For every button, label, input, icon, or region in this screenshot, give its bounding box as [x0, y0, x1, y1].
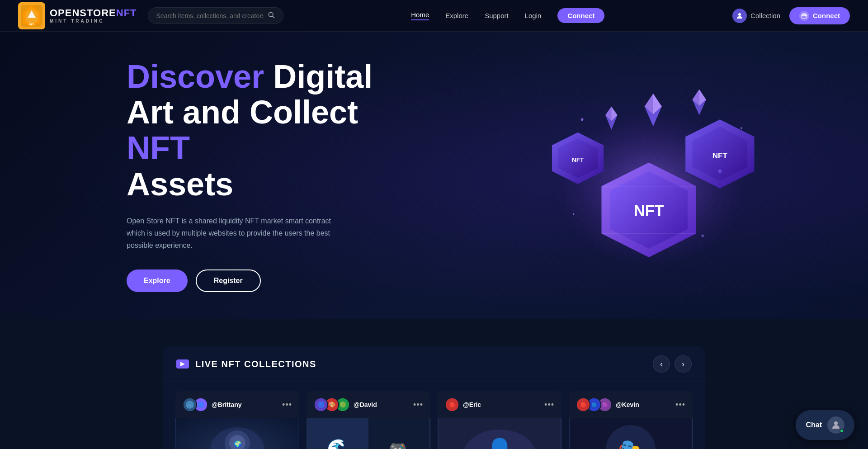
nav-support[interactable]: Support: [485, 12, 509, 19]
chat-widget[interactable]: Chat: [796, 410, 854, 440]
card-user-david: 🌀 🎨 🟢 @David: [314, 397, 377, 412]
card-user-brittany: 🌀 @Brittany: [183, 397, 242, 412]
hero-text: Discover Digital Art and Collect NFT Ass…: [127, 59, 398, 292]
card-username-eric: @Eric: [463, 401, 481, 408]
collections-header: LIVE NFT COLLECTIONS ‹ ›: [163, 346, 705, 382]
search-icon: [268, 11, 275, 20]
svg-point-38: [741, 127, 742, 129]
search-bar[interactable]: [148, 7, 283, 24]
svg-line-7: [272, 16, 274, 18]
card-image-david: 🌊 🎮: [307, 418, 430, 449]
card-image-kevin: 🎭: [569, 418, 693, 449]
logo[interactable]: NFT OPENSTORENFT MINT TRADING: [18, 2, 137, 29]
card-menu-david[interactable]: •••: [413, 400, 423, 410]
navbar: NFT OPENSTORENFT MINT TRADING Home Explo…: [0, 0, 868, 32]
collection-card-brittany: 🌀 @Brittany •••: [175, 391, 299, 449]
collection-card-david: 🌀 🎨 🟢 @David •••: [307, 391, 430, 449]
avatar-d1: 🌀: [314, 397, 328, 412]
card-user-eric: 🔴 @Eric: [445, 397, 481, 412]
svg-text:🟣: 🟣: [602, 402, 609, 408]
card-username-brittany: @Brittany: [212, 401, 242, 408]
svg-text:NFT: NFT: [712, 151, 728, 160]
nav-explore[interactable]: Explore: [445, 12, 468, 19]
svg-rect-9: [802, 14, 807, 18]
collections-cards: 🌀 @Brittany •••: [163, 382, 705, 449]
svg-text:🌀: 🌀: [318, 402, 325, 409]
card-header-david: 🌀 🎨 🟢 @David •••: [307, 391, 430, 418]
nav-login[interactable]: Login: [525, 12, 542, 19]
svg-point-40: [186, 401, 194, 409]
collections-title: LIVE NFT COLLECTIONS: [195, 359, 316, 369]
hero-buttons: Explore Register: [127, 269, 398, 292]
card-header-kevin: 🔴 🔵 🟣 @Kevin •••: [569, 391, 693, 418]
connect-wallet-button[interactable]: Connect: [789, 7, 850, 24]
card-header-eric: 🔴 @Eric •••: [438, 391, 561, 418]
nav-home[interactable]: Home: [411, 11, 429, 20]
card-username-kevin: @Kevin: [616, 401, 639, 408]
card-username-david: @David: [354, 401, 377, 408]
nav-connect-button[interactable]: Connect: [557, 8, 604, 23]
main-nav: Home Explore Support Login Connect: [411, 8, 604, 23]
collection-button[interactable]: Collection: [732, 9, 780, 23]
svg-text:🟢: 🟢: [340, 402, 347, 409]
navbar-right: Collection Connect: [732, 7, 850, 24]
svg-text:🔴: 🔴: [449, 402, 456, 408]
svg-text:🎮: 🎮: [388, 440, 408, 449]
lower-section: LIVE NFT COLLECTIONS ‹ › 🌀: [0, 319, 868, 449]
logo-title: OPENSTORENFT: [50, 8, 137, 19]
arrow-prev-button[interactable]: ‹: [653, 355, 670, 373]
svg-point-36: [701, 235, 704, 237]
svg-point-8: [738, 13, 741, 16]
card-avatars-kevin: 🔴 🔵 🟣: [576, 397, 612, 412]
navbar-left: NFT OPENSTORENFT MINT TRADING: [18, 2, 283, 29]
svg-text:👤: 👤: [486, 437, 514, 449]
hero-section: Discover Digital Art and Collect NFT Ass…: [0, 32, 868, 319]
nft-illustration: NFT NFT NFT: [533, 85, 769, 266]
svg-text:🌍: 🌍: [234, 440, 242, 448]
card-avatars-david: 🌀 🎨 🟢: [314, 397, 350, 412]
card-user-kevin: 🔴 🔵 🟣 @Kevin: [576, 397, 639, 412]
chat-avatar-wrap: [827, 416, 844, 434]
collection-card-eric: 🔴 @Eric ••• 👤: [438, 391, 561, 449]
card-avatars-eric: 🔴: [445, 397, 459, 412]
svg-point-34: [581, 118, 584, 121]
svg-text:🎭: 🎭: [618, 438, 644, 449]
hero-visual: NFT NFT NFT: [533, 85, 769, 266]
logo-subtitle: MINT TRADING: [50, 19, 137, 24]
collection-avatar: [732, 9, 747, 23]
svg-text:🔴: 🔴: [580, 402, 587, 408]
wallet-icon: [799, 11, 809, 21]
nav-arrows: ‹ ›: [653, 355, 692, 373]
collection-card-kevin: 🔴 🔵 🟣 @Kevin •••: [569, 391, 693, 449]
svg-text:🎨: 🎨: [329, 402, 336, 409]
avatar-k1: 🔴: [576, 397, 590, 412]
explore-button[interactable]: Explore: [127, 269, 188, 292]
chat-label: Chat: [806, 421, 822, 429]
svg-point-35: [718, 170, 722, 173]
logo-text: OPENSTORENFT MINT TRADING: [50, 8, 137, 24]
live-icon: [176, 359, 189, 369]
avatar-e1: 🔴: [445, 397, 459, 412]
card-image-brittany: 🌍: [175, 418, 299, 449]
card-menu-kevin[interactable]: •••: [675, 400, 685, 410]
collections-title-wrap: LIVE NFT COLLECTIONS: [176, 359, 316, 369]
card-menu-brittany[interactable]: •••: [282, 400, 292, 410]
arrow-next-button[interactable]: ›: [675, 355, 692, 373]
search-input[interactable]: [156, 12, 263, 19]
avatar-1: [183, 397, 197, 412]
svg-point-72: [834, 421, 838, 425]
register-button[interactable]: Register: [196, 269, 261, 292]
chat-online-indicator: [840, 429, 844, 433]
card-header-brittany: 🌀 @Brittany •••: [175, 391, 299, 418]
logo-icon: NFT: [18, 2, 45, 29]
svg-text:🔵: 🔵: [591, 402, 598, 408]
svg-text:🌊: 🌊: [326, 437, 349, 449]
svg-text:NFT: NFT: [634, 203, 664, 220]
svg-text:🌀: 🌀: [198, 402, 205, 409]
svg-text:NFT: NFT: [29, 23, 34, 26]
card-image-eric: 👤: [438, 418, 561, 449]
card-menu-eric[interactable]: •••: [544, 400, 554, 410]
hero-title: Discover Digital Art and Collect NFT Ass…: [127, 59, 398, 202]
connect-button-label: Connect: [813, 12, 840, 19]
svg-text:NFT: NFT: [572, 156, 584, 163]
